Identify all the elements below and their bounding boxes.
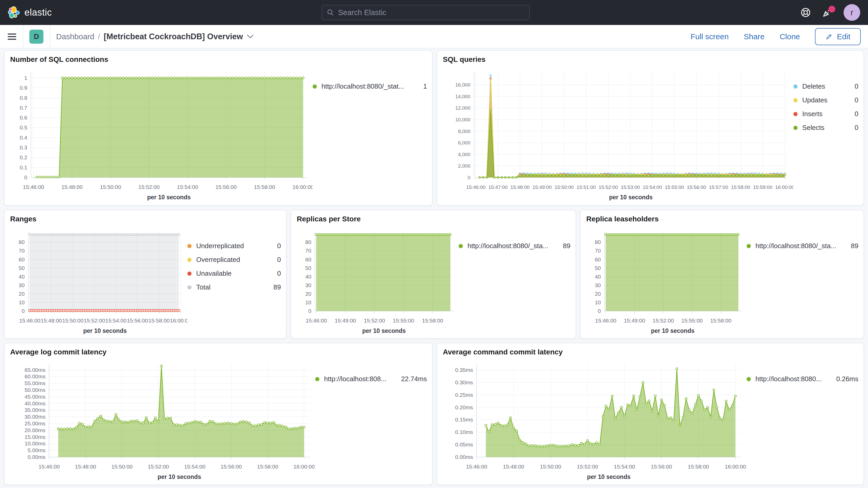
svg-text:15:50:00: 15:50:00 <box>100 184 121 190</box>
legend-item[interactable]: Underreplicated0 <box>187 242 281 250</box>
chart-replica-leaseholders: 0102030405060708015:46:0015:49:0015:52:0… <box>586 227 747 336</box>
svg-text:per 10 seconds: per 10 seconds <box>362 328 406 334</box>
svg-text:10: 10 <box>305 299 311 305</box>
svg-text:40.00ms: 40.00ms <box>24 400 45 406</box>
pencil-icon <box>826 33 833 40</box>
legend-dot <box>794 98 798 102</box>
svg-text:15:48:00: 15:48:00 <box>75 464 96 469</box>
svg-text:15:58:00: 15:58:00 <box>148 317 170 324</box>
svg-text:0.8: 0.8 <box>20 95 27 101</box>
legend-dot <box>794 126 798 130</box>
svg-text:15:49:00: 15:49:00 <box>624 317 645 324</box>
svg-text:15:52:00: 15:52:00 <box>653 317 674 324</box>
legend-dot <box>747 244 751 248</box>
legend-item[interactable]: http://localhost:8080/_sta...89 <box>459 242 570 250</box>
svg-text:15:54:00: 15:54:00 <box>614 464 635 469</box>
legend-item[interactable]: Inserts0 <box>794 110 858 118</box>
avatar[interactable]: r <box>844 4 860 21</box>
legend-item[interactable]: http://localhost:8080/_stat...1 <box>313 82 427 90</box>
legend-value: 89 <box>843 242 858 250</box>
legend-dot <box>313 85 317 89</box>
legend-item[interactable]: Selects0 <box>794 124 858 132</box>
svg-text:15:50:00: 15:50:00 <box>111 464 132 469</box>
legend-dot <box>187 285 191 289</box>
panel-title: Replica leaseholders <box>586 215 858 227</box>
legend-item[interactable]: http://localhost:808...22.74ms <box>315 375 427 383</box>
legend-item[interactable]: Unavailable0 <box>187 270 281 277</box>
legend-label: Unavailable <box>196 270 231 277</box>
svg-text:60: 60 <box>19 256 25 263</box>
svg-text:15:52:00: 15:52:00 <box>84 317 105 324</box>
page-title[interactable]: [Metricbeat CockroachDB] Overview <box>104 32 253 41</box>
full-screen-button[interactable]: Full screen <box>690 32 729 41</box>
svg-text:60.00ms: 60.00ms <box>24 373 45 379</box>
legend-dot <box>187 272 191 276</box>
svg-text:20: 20 <box>19 291 25 297</box>
svg-text:30: 30 <box>19 282 25 288</box>
svg-text:16:00:00: 16:00:00 <box>725 464 746 469</box>
search-input[interactable] <box>338 8 525 17</box>
legend-item[interactable]: http://localhost:8080...0.26ms <box>747 375 858 383</box>
global-search[interactable] <box>322 5 530 20</box>
svg-text:15:46:00: 15:46:00 <box>466 184 486 190</box>
share-button[interactable]: Share <box>744 32 765 41</box>
svg-text:15:48:00: 15:48:00 <box>41 317 62 324</box>
svg-text:15:56:00: 15:56:00 <box>221 464 242 469</box>
svg-text:15:50:00: 15:50:00 <box>62 317 84 324</box>
legend-dot <box>794 85 798 89</box>
svg-text:15:48:00: 15:48:00 <box>503 464 524 469</box>
panel-title: SQL queries <box>443 55 858 67</box>
edit-button-label: Edit <box>837 32 850 41</box>
svg-text:0.05ms: 0.05ms <box>455 441 473 448</box>
svg-text:15:58:00: 15:58:00 <box>422 317 443 324</box>
dashboard-board: Number of SQL connections 00.10.20.30.40… <box>0 48 868 488</box>
svg-text:15:58:00: 15:58:00 <box>257 464 278 469</box>
chart-legend: http://localhost:808...22.74ms <box>315 360 427 483</box>
svg-text:15:56:00: 15:56:00 <box>651 464 672 469</box>
legend-item[interactable]: Total89 <box>187 283 281 291</box>
svg-text:15:56:00: 15:56:00 <box>687 184 706 190</box>
svg-text:45.00ms: 45.00ms <box>24 394 45 400</box>
chart-log-commit-latency: 0.00ms5.00ms10.00ms15.00ms20.00ms25.00ms… <box>10 360 315 482</box>
help-icon[interactable] <box>800 7 811 18</box>
svg-text:0.10ms: 0.10ms <box>455 429 473 435</box>
svg-text:15:48:00: 15:48:00 <box>61 184 83 190</box>
svg-text:0: 0 <box>598 308 601 314</box>
breadcrumb-dashboard[interactable]: Dashboard <box>56 32 94 41</box>
legend-label: Overreplicated <box>196 256 240 264</box>
edit-button[interactable]: Edit <box>815 28 861 45</box>
legend-item[interactable]: Updates0 <box>794 96 858 104</box>
elastic-logo-icon <box>8 6 20 19</box>
clone-button[interactable]: Clone <box>780 32 800 41</box>
legend-dot <box>459 244 463 248</box>
svg-text:70: 70 <box>19 248 25 254</box>
svg-text:0.00ms: 0.00ms <box>28 454 45 460</box>
legend-dot <box>187 258 191 262</box>
chart-legend: http://localhost:8080/_sta...89 <box>747 227 858 337</box>
svg-text:15:46:00: 15:46:00 <box>306 317 327 324</box>
menu-icon[interactable] <box>7 33 17 40</box>
legend-label: http://localhost:8080/_sta... <box>467 242 548 250</box>
panel-command-commit-latency: Average command commit latency 0.00ms0.0… <box>437 343 864 485</box>
svg-text:30: 30 <box>305 282 311 288</box>
toolbar-divider <box>23 25 23 48</box>
svg-text:0.7: 0.7 <box>20 105 27 111</box>
legend-item[interactable]: Deletes0 <box>794 82 858 90</box>
legend-value: 0 <box>847 124 858 132</box>
legend-value: 22.74ms <box>393 375 427 383</box>
elastic-logo[interactable]: elastic <box>8 6 52 19</box>
svg-text:10.00ms: 10.00ms <box>24 440 45 447</box>
legend-label: http://localhost:8080... <box>755 375 822 383</box>
legend-value: 0 <box>847 96 858 104</box>
svg-text:0.20ms: 0.20ms <box>455 404 473 410</box>
legend-value: 89 <box>266 283 281 291</box>
newsfeed-icon[interactable] <box>822 7 833 18</box>
svg-text:40: 40 <box>19 274 25 280</box>
space-badge[interactable]: D <box>29 30 43 44</box>
svg-text:40: 40 <box>305 274 311 280</box>
svg-text:15.00ms: 15.00ms <box>24 434 45 440</box>
legend-label: http://localhost:8080/_sta... <box>755 242 836 250</box>
legend-item[interactable]: http://localhost:8080/_sta...89 <box>747 242 858 250</box>
panel-ranges: Ranges 0102030405060708015:46:0015:48:00… <box>4 210 286 339</box>
legend-item[interactable]: Overreplicated0 <box>187 256 281 264</box>
